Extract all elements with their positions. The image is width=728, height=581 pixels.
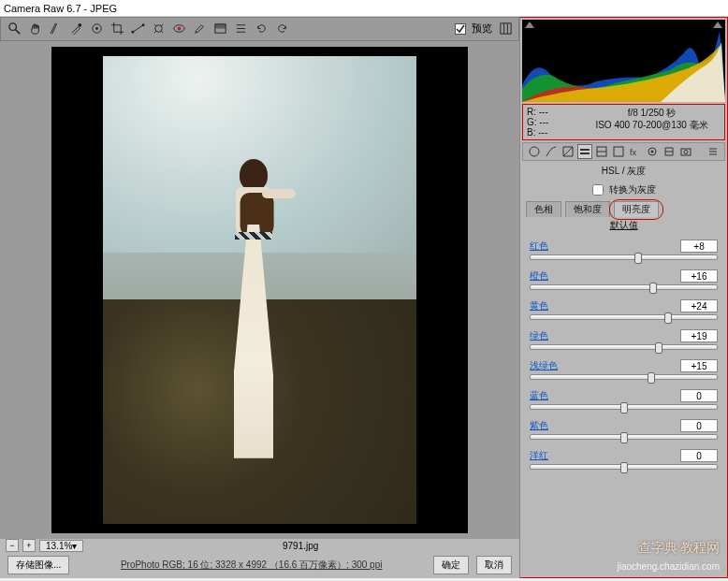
color-sampler-tool-icon[interactable] [68, 22, 83, 36]
slider-thumb[interactable] [649, 283, 657, 294]
slider-track[interactable] [530, 344, 718, 350]
slider-row: 橙色 [530, 269, 718, 290]
detail-panel-icon[interactable] [561, 144, 575, 159]
slider-track[interactable] [530, 314, 718, 320]
slider-value-input[interactable] [680, 389, 718, 402]
slider-value-input[interactable] [680, 329, 718, 342]
hand-tool-icon[interactable] [27, 22, 42, 36]
tab-hue[interactable]: 色相 [526, 201, 561, 217]
slider-thumb[interactable] [634, 253, 642, 264]
list-tool-icon[interactable] [233, 22, 248, 36]
snapshots-panel-icon[interactable] [678, 144, 693, 159]
fx-panel-icon[interactable]: fx [628, 144, 643, 159]
slider-track[interactable] [530, 284, 718, 290]
slider-row: 黄色 [530, 299, 718, 320]
lens-panel-icon[interactable] [611, 144, 626, 159]
slider-row: 红色 [530, 240, 718, 260]
slider-thumb[interactable] [655, 342, 662, 354]
exif-info: R: --- G: --- B: --- f/8 1/250 秒 ISO 400… [522, 104, 725, 140]
slider-row: 洋红 [530, 449, 718, 470]
preview-image[interactable] [103, 56, 416, 524]
preview-label: 预览 [472, 22, 492, 36]
zoom-value[interactable]: 13.1% ▾ [39, 540, 83, 552]
red-eye-tool-icon[interactable] [171, 22, 186, 36]
panel-title: HSL / 灰度 [520, 163, 727, 180]
slider-value-input[interactable] [680, 269, 718, 283]
split-tone-panel-icon[interactable] [594, 144, 609, 159]
slider-value-input[interactable] [680, 449, 718, 462]
zoom-in-button[interactable]: + [22, 539, 36, 552]
tab-saturation[interactable]: 饱和度 [565, 201, 610, 217]
slider-value-input[interactable] [680, 359, 718, 372]
convert-grayscale-checkbox[interactable] [592, 184, 604, 196]
svg-point-2 [78, 23, 81, 27]
hsl-subtabs: 色相 饱和度 明亮度 [520, 200, 727, 217]
targeted-adjustment-tool-icon[interactable] [89, 22, 104, 36]
adjustment-brush-tool-icon[interactable] [192, 22, 207, 36]
slider-track[interactable] [530, 464, 718, 470]
white-balance-tool-icon[interactable] [48, 22, 63, 36]
tab-luminance[interactable]: 明亮度 [614, 201, 659, 217]
slider-track[interactable] [530, 404, 718, 410]
exif-b: B: --- [527, 127, 577, 138]
slider-track[interactable] [530, 434, 718, 440]
slider-thumb[interactable] [648, 372, 655, 384]
slider-value-input[interactable] [680, 299, 718, 312]
svg-point-7 [141, 24, 144, 27]
zoom-tool-icon[interactable] [7, 22, 22, 36]
right-panel: R: --- G: --- B: --- f/8 1/250 秒 ISO 400… [519, 17, 728, 578]
straighten-tool-icon[interactable] [130, 22, 145, 36]
slider-track[interactable] [530, 374, 718, 380]
exif-lens: ISO 400 70-200@130 毫米 [583, 119, 721, 131]
slider-thumb[interactable] [620, 432, 628, 443]
highlight-clip-icon[interactable] [713, 22, 722, 28]
panel-menu-icon[interactable] [706, 144, 721, 159]
svg-point-10 [177, 27, 181, 31]
exif-r: R: --- [527, 107, 577, 117]
slider-row: 蓝色 [530, 389, 718, 410]
histogram[interactable] [522, 20, 725, 102]
fullscreen-icon[interactable] [498, 22, 513, 36]
svg-point-22 [651, 151, 654, 153]
slider-thumb[interactable] [664, 312, 672, 324]
slider-thumb[interactable] [620, 462, 628, 473]
svg-point-4 [95, 27, 98, 30]
crop-tool-icon[interactable] [109, 22, 124, 36]
slider-value-input[interactable] [680, 240, 718, 253]
window-title: Camera Raw 6.7 - JPEG [0, 0, 728, 17]
slider-thumb[interactable] [620, 402, 628, 414]
footer: 存储图像... ProPhoto RGB; 16 位; 3328 x 4992 … [0, 553, 519, 578]
curve-panel-icon[interactable] [544, 144, 559, 159]
save-image-button[interactable]: 存储图像... [7, 556, 69, 574]
svg-rect-19 [614, 147, 623, 156]
svg-text:fx: fx [630, 148, 637, 157]
slider-label: 洋红 [530, 449, 680, 462]
slider-track[interactable] [530, 254, 718, 260]
svg-point-0 [8, 23, 16, 31]
slider-label: 绿色 [530, 329, 680, 342]
spot-removal-tool-icon[interactable] [151, 22, 166, 36]
done-button[interactable]: 确定 [433, 556, 469, 574]
zoom-out-button[interactable]: − [6, 539, 19, 552]
slider-label: 橙色 [530, 269, 680, 283]
defaults-link[interactable]: 默认值 [520, 217, 727, 234]
hsl-panel-icon[interactable] [577, 144, 592, 159]
svg-rect-15 [580, 149, 590, 151]
svg-point-6 [131, 31, 134, 34]
preview-checkbox[interactable] [455, 23, 466, 35]
preview-area [0, 41, 519, 539]
svg-rect-13 [500, 23, 510, 34]
image-info[interactable]: ProPhoto RGB; 16 位; 3328 x 4992 （16.6 百万… [77, 559, 426, 572]
filename-label: 9791.jpg [87, 541, 514, 551]
rotate-ccw-icon[interactable] [254, 22, 269, 36]
cancel-button[interactable]: 取消 [476, 556, 512, 574]
slider-value-input[interactable] [680, 419, 718, 432]
presets-panel-icon[interactable] [662, 144, 677, 159]
graduated-filter-tool-icon[interactable] [212, 22, 227, 36]
rotate-cw-icon[interactable] [274, 22, 289, 36]
basic-panel-icon[interactable] [527, 144, 542, 159]
calibration-panel-icon[interactable] [645, 144, 660, 159]
shadow-clip-icon[interactable] [525, 22, 534, 28]
svg-point-24 [684, 151, 688, 154]
right-footer [520, 551, 727, 577]
